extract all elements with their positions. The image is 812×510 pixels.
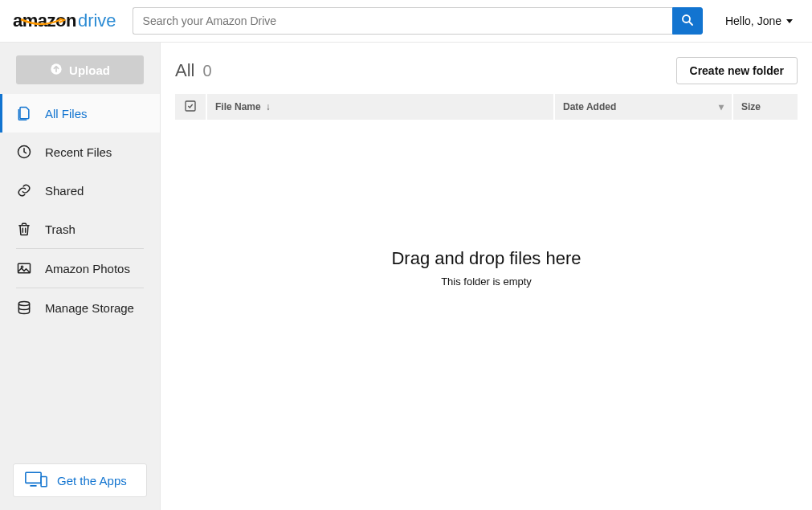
svg-rect-7: [26, 472, 41, 483]
search-input[interactable]: [133, 7, 672, 35]
select-all-checkbox[interactable]: [175, 100, 206, 115]
nav-secondary: Amazon Photos: [0, 249, 160, 288]
search-button[interactable]: [672, 7, 703, 35]
header: amazon drive Hello, Jone: [0, 0, 812, 43]
table-header: File Name ↓ Date Added ▾ Size: [175, 94, 798, 120]
svg-rect-8: [41, 476, 47, 486]
logo[interactable]: amazon drive: [13, 10, 116, 31]
search-bar: [133, 7, 703, 35]
nav-label: All Files: [45, 107, 88, 120]
upload-label: Upload: [69, 63, 110, 77]
nav-label: Shared: [45, 184, 84, 198]
nav-manage-storage[interactable]: Manage Storage: [0, 288, 160, 327]
page-title: All: [175, 60, 194, 81]
nav-label: Recent Files: [45, 145, 112, 159]
svg-line-1: [689, 22, 692, 25]
logo-drive-text: drive: [78, 10, 116, 31]
amazon-smile-icon: [19, 18, 67, 29]
svg-rect-9: [186, 101, 195, 111]
create-folder-button[interactable]: Create new folder: [676, 57, 798, 84]
nav-tertiary: Manage Storage: [0, 288, 160, 327]
nav-recent-files[interactable]: Recent Files: [0, 133, 160, 171]
column-filename[interactable]: File Name ↓: [207, 101, 553, 112]
sidebar: Upload All Files Recent Files Shared: [0, 43, 161, 510]
storage-icon: [16, 300, 32, 316]
nav-all-files[interactable]: All Files: [0, 94, 160, 133]
get-apps-button[interactable]: Get the Apps: [13, 463, 147, 497]
clock-icon: [16, 144, 32, 160]
nav-shared[interactable]: Shared: [0, 171, 160, 210]
column-label: Size: [741, 101, 761, 112]
nav-trash[interactable]: Trash: [0, 210, 160, 248]
nav-label: Amazon Photos: [45, 262, 130, 275]
nav-label: Manage Storage: [45, 301, 134, 315]
dropzone-subtitle: This folder is empty: [441, 275, 532, 288]
nav-amazon-photos[interactable]: Amazon Photos: [0, 249, 160, 288]
titlebar: All 0 Create new folder: [175, 57, 798, 84]
caret-down-icon: [786, 19, 793, 23]
column-date[interactable]: Date Added ▾: [555, 101, 732, 112]
nav-primary: All Files Recent Files Shared Trash: [0, 94, 160, 248]
main-content: All 0 Create new folder File Name ↓ Date…: [161, 43, 812, 510]
search-icon: [680, 13, 695, 30]
user-menu[interactable]: Hello, Jone: [719, 14, 799, 27]
column-size[interactable]: Size: [733, 101, 798, 112]
photos-icon: [16, 260, 32, 276]
column-label: File Name: [215, 101, 261, 112]
sort-down-icon: ↓: [266, 101, 271, 112]
dropdown-arrow-icon: ▾: [719, 101, 724, 112]
item-count: 0: [202, 62, 211, 80]
checkbox-icon: [184, 100, 197, 115]
link-icon: [16, 182, 32, 198]
upload-button[interactable]: Upload: [16, 55, 144, 84]
user-greeting: Hello, Jone: [725, 14, 781, 27]
dropzone-title: Drag and drop files here: [391, 248, 581, 269]
files-icon: [16, 105, 32, 121]
devices-icon: [25, 471, 47, 491]
dropzone[interactable]: Drag and drop files here This folder is …: [175, 120, 798, 496]
column-label: Date Added: [563, 101, 616, 112]
upload-icon: [50, 63, 63, 78]
nav-label: Trash: [45, 222, 75, 236]
svg-point-6: [18, 302, 29, 306]
trash-icon: [16, 221, 32, 237]
apps-label: Get the Apps: [57, 474, 127, 488]
